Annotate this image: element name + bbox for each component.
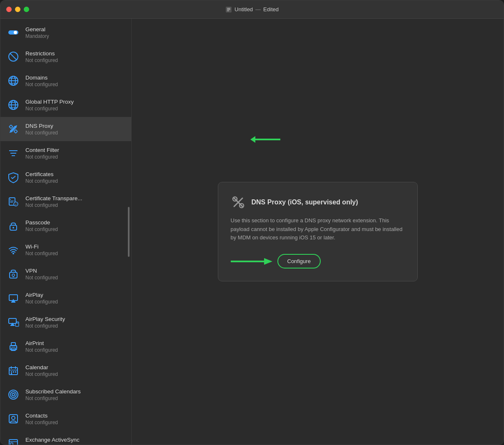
- global-http-proxy-icon: [6, 98, 20, 112]
- sidebar-item-name: AirPlay Security: [25, 316, 65, 323]
- card-title: DNS Proxy (iOS, supervised only): [252, 199, 358, 206]
- sidebar-item-name: DNS Proxy: [25, 122, 58, 130]
- contacts-icon: [6, 412, 20, 426]
- sidebar-item-status: Not configured: [25, 106, 74, 112]
- main-content: DNS Proxy (iOS, supervised only) Use thi…: [132, 19, 504, 445]
- sidebar-item-status: Not configured: [25, 371, 58, 377]
- sidebar-item-exchange-activesync[interactable]: Exchange ActiveSync Not configured: [0, 431, 131, 445]
- airplay-icon: [6, 291, 20, 305]
- svg-point-47: [16, 347, 17, 348]
- card-header: DNS Proxy (iOS, supervised only): [231, 195, 405, 210]
- sidebar-item-name: VPN: [25, 267, 58, 275]
- sidebar-item-passcode[interactable]: Passcode Not configured: [0, 214, 131, 238]
- svg-point-5: [14, 31, 17, 34]
- sidebar: General Mandatory Restrictions Not confi…: [0, 19, 132, 445]
- restrictions-icon: [6, 50, 20, 64]
- svg-rect-53: [13, 371, 14, 373]
- sidebar-item-name: Subscribed Calendars: [25, 388, 81, 395]
- sidebar-item-status: Not configured: [25, 275, 58, 281]
- airplay-security-icon: [6, 315, 20, 329]
- svg-rect-20: [14, 129, 17, 133]
- sidebar-item-vpn[interactable]: VPN Not configured: [0, 262, 131, 286]
- sidebar-item-airprint[interactable]: AirPrint Not configured: [0, 334, 131, 358]
- content-area: General Mandatory Restrictions Not confi…: [0, 19, 504, 445]
- sidebar-item-dns-proxy[interactable]: DNS Proxy Not configured: [0, 117, 131, 141]
- sidebar-item-status: Not configured: [25, 226, 58, 232]
- svg-text:✓: ✓: [15, 203, 17, 206]
- svg-rect-27: [10, 201, 14, 201]
- window-title: Untitled — Edited: [225, 6, 279, 13]
- passcode-icon: [6, 219, 20, 233]
- card-actions: Configure: [231, 254, 405, 268]
- sidebar-item-name: AirPlay: [25, 291, 58, 299]
- sidebar-item-status: Not configured: [25, 251, 58, 256]
- svg-point-60: [12, 416, 15, 420]
- svg-rect-1: [227, 8, 230, 9]
- certificates-icon: [6, 170, 20, 184]
- sidebar-item-status: Mandatory: [25, 33, 49, 39]
- minimize-button[interactable]: [15, 7, 20, 12]
- svg-rect-55: [11, 373, 12, 374]
- sidebar-item-wifi[interactable]: Wi-Fi Not configured: [0, 238, 131, 262]
- sidebar-arrow-annotation: [250, 136, 280, 143]
- sidebar-item-general[interactable]: General Mandatory: [0, 20, 131, 45]
- sidebar-item-domains[interactable]: Domains Not configured: [0, 69, 131, 93]
- svg-rect-26: [10, 199, 11, 200]
- sidebar-item-status: Not configured: [25, 202, 82, 208]
- svg-point-32: [12, 227, 14, 229]
- svg-marker-69: [264, 258, 272, 265]
- sidebar-item-global-http-proxy[interactable]: Global HTTP Proxy Not configured: [0, 93, 131, 117]
- svg-rect-19: [9, 125, 12, 128]
- sidebar-item-name: Content Filter: [25, 147, 59, 154]
- airprint-icon: [6, 339, 20, 353]
- svg-rect-54: [15, 371, 16, 373]
- titlebar: Untitled — Edited: [0, 0, 504, 19]
- sidebar-item-status: Not configured: [25, 420, 58, 425]
- traffic-lights: [6, 7, 29, 12]
- svg-point-35: [12, 274, 15, 276]
- sidebar-item-name: Global HTTP Proxy: [25, 98, 74, 106]
- sidebar-item-subscribed-calendars[interactable]: Subscribed Calendars Not configured: [0, 383, 131, 407]
- sidebar-item-name: Wi-Fi: [25, 243, 58, 251]
- sidebar-item-restrictions[interactable]: Restrictions Not configured: [0, 45, 131, 69]
- sidebar-item-name: Domains: [25, 74, 58, 82]
- sidebar-item-name: Exchange ActiveSync: [25, 436, 80, 444]
- svg-line-21: [10, 126, 17, 132]
- sidebar-item-status: Not configured: [25, 395, 81, 401]
- sidebar-item-status: Not configured: [25, 154, 59, 160]
- content-filter-icon: [6, 146, 20, 160]
- svg-rect-63: [10, 443, 13, 445]
- svg-rect-52: [11, 371, 12, 373]
- sidebar-item-status: Not configured: [25, 323, 65, 329]
- sidebar-item-status: Not configured: [25, 130, 58, 136]
- sidebar-item-name: Certificate Transpare...: [25, 195, 82, 202]
- sidebar-item-name: AirPrint: [25, 340, 58, 347]
- sidebar-item-name: General: [25, 26, 49, 33]
- sidebar-item-status: Not configured: [25, 57, 58, 63]
- sidebar-item-status: Not configured: [25, 299, 58, 305]
- configure-button[interactable]: Configure: [277, 254, 321, 268]
- certificate-transparency-icon: ✓: [6, 194, 20, 209]
- svg-rect-28: [10, 202, 13, 203]
- sidebar-item-contacts[interactable]: Contacts Not configured: [0, 407, 131, 431]
- vpn-icon: [6, 267, 20, 281]
- wifi-icon: [6, 243, 20, 257]
- sidebar-item-status: Not configured: [25, 347, 58, 353]
- svg-point-58: [12, 393, 15, 396]
- sidebar-item-name: Contacts: [25, 412, 58, 420]
- sidebar-item-name: Calendar: [25, 364, 58, 371]
- sidebar-item-certificate-transparency[interactable]: ✓ Certificate Transpare... Not configure…: [0, 189, 131, 214]
- app-window: Untitled — Edited General Mandatory Rest…: [0, 0, 504, 445]
- sidebar-item-name: Certificates: [25, 171, 58, 178]
- calendar-icon: [6, 363, 20, 378]
- svg-point-33: [12, 253, 14, 254]
- sidebar-item-airplay[interactable]: AirPlay Not configured: [0, 286, 131, 310]
- subscribed-calendars-icon: [6, 388, 20, 402]
- sidebar-item-certificates[interactable]: Certificates Not configured: [0, 165, 131, 189]
- sidebar-item-calendar[interactable]: Calendar Not configured: [0, 358, 131, 383]
- sidebar-item-content-filter[interactable]: Content Filter Not configured: [0, 141, 131, 165]
- sidebar-item-airplay-security[interactable]: AirPlay Security Not configured: [0, 310, 131, 334]
- maximize-button[interactable]: [24, 7, 29, 12]
- close-button[interactable]: [6, 7, 12, 12]
- info-card: DNS Proxy (iOS, supervised only) Use thi…: [218, 182, 418, 281]
